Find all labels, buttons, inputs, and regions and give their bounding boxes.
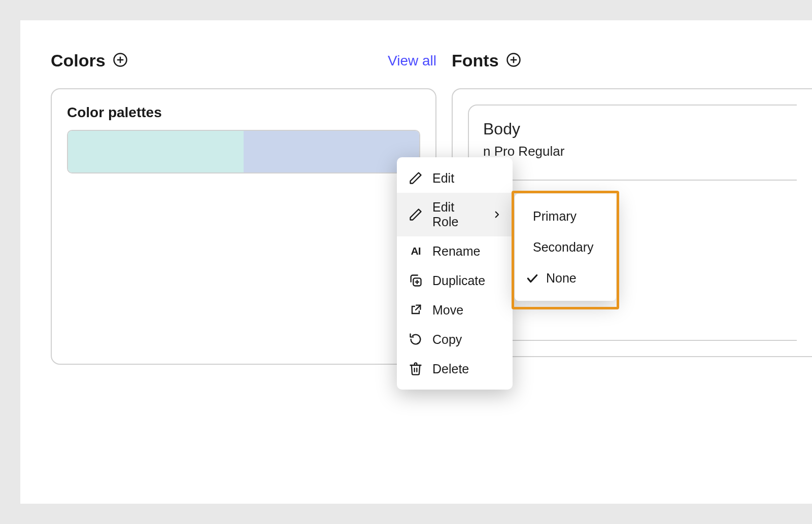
colors-title: Colors xyxy=(51,51,106,71)
pencil-icon xyxy=(408,170,423,186)
color-palettes-title: Color palettes xyxy=(67,104,420,121)
colors-section: Colors View all Color palettes xyxy=(51,51,436,365)
context-menu: Edit Edit Role AI Rename Duplicate Move … xyxy=(397,157,513,390)
fonts-header: Fonts xyxy=(452,51,812,71)
add-color-button[interactable] xyxy=(112,52,129,69)
copy-icon xyxy=(408,332,423,347)
font-name-label: n Pro Regular xyxy=(483,144,783,159)
color-palettes-card: Color palettes xyxy=(51,88,436,365)
move-icon xyxy=(408,302,423,318)
menu-item-edit[interactable]: Edit xyxy=(397,163,513,193)
add-font-button[interactable] xyxy=(505,52,522,69)
menu-item-label: Rename xyxy=(432,244,481,259)
menu-item-edit-role[interactable]: Edit Role xyxy=(397,193,513,236)
trash-icon xyxy=(408,361,423,376)
submenu-item-secondary[interactable]: Secondary xyxy=(515,232,616,263)
submenu-item-label: Secondary xyxy=(533,240,594,255)
color-palette[interactable] xyxy=(67,130,420,173)
submenu-item-none[interactable]: None xyxy=(515,263,616,294)
colors-header: Colors View all xyxy=(51,51,436,71)
fonts-title: Fonts xyxy=(452,51,499,71)
plus-circle-icon xyxy=(113,52,128,69)
submenu-item-label: Primary xyxy=(533,209,577,224)
plus-circle-icon xyxy=(506,52,521,69)
pencil-icon xyxy=(408,207,423,222)
svg-line-9 xyxy=(416,305,420,310)
role-submenu: Primary Secondary None xyxy=(515,194,616,301)
rename-icon: AI xyxy=(408,243,423,259)
menu-item-duplicate[interactable]: Duplicate xyxy=(397,266,513,295)
menu-item-label: Move xyxy=(432,303,463,318)
menu-item-copy[interactable]: Copy xyxy=(397,325,513,354)
view-all-link[interactable]: View all xyxy=(388,53,436,69)
menu-item-move[interactable]: Move xyxy=(397,295,513,325)
divider xyxy=(469,180,797,181)
menu-item-delete[interactable]: Delete xyxy=(397,354,513,383)
font-role-label: Body xyxy=(483,120,783,138)
menu-item-label: Copy xyxy=(432,332,462,347)
menu-item-label: Duplicate xyxy=(432,273,485,288)
chevron-right-icon xyxy=(492,207,501,222)
color-swatch[interactable] xyxy=(244,131,419,172)
menu-item-label: Delete xyxy=(432,362,469,376)
duplicate-icon xyxy=(408,273,423,288)
menu-item-rename[interactable]: AI Rename xyxy=(397,236,513,266)
check-icon xyxy=(526,272,539,285)
submenu-item-primary[interactable]: Primary xyxy=(515,201,616,232)
menu-item-label: Edit xyxy=(432,171,454,186)
color-swatch[interactable] xyxy=(68,131,244,172)
menu-item-label: Edit Role xyxy=(432,200,483,229)
submenu-item-label: None xyxy=(546,271,577,286)
